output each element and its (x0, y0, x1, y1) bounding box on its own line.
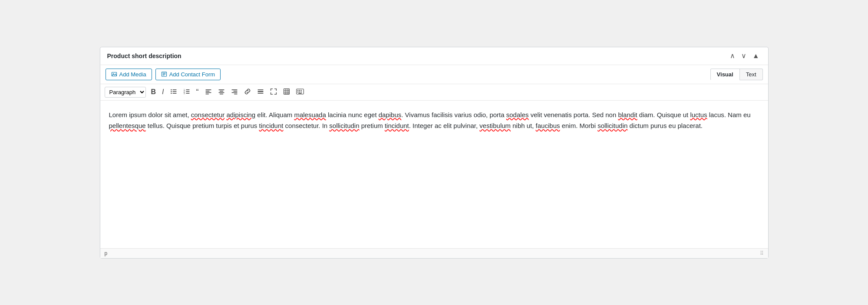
word-tincidunt2: tincidunt (385, 122, 409, 129)
view-tabs: Visual Text (710, 69, 763, 80)
horizontal-rule-button[interactable] (254, 87, 267, 97)
svg-rect-44 (300, 92, 301, 92)
table-button[interactable] (281, 87, 293, 97)
word-malesuada: malesuada (294, 111, 326, 118)
align-center-button[interactable] (215, 87, 228, 97)
editor-header: Product short description ∧ ∨ ▲ (100, 47, 768, 65)
svg-point-7 (171, 91, 172, 92)
blockquote-button[interactable]: “ (194, 87, 201, 97)
word-faucibus: faucibus (536, 122, 560, 129)
svg-rect-33 (284, 89, 289, 95)
editor-title: Product short description (107, 52, 182, 59)
add-media-label: Add Media (119, 71, 146, 78)
svg-rect-39 (297, 90, 298, 91)
editor-footer: p ⠿ (100, 248, 768, 258)
unordered-list-button[interactable] (168, 87, 180, 97)
resize-handle[interactable]: ⠿ (760, 250, 764, 256)
add-contact-label: Add Contact Form (169, 71, 215, 78)
word-sollicitudin1: sollicitudin (329, 122, 359, 129)
path-label: p (105, 250, 108, 256)
word-tincidunt1: tincidunt (259, 122, 284, 129)
paragraph-select[interactable]: Paragraph Heading 1 Heading 2 Heading 3 … (105, 87, 146, 98)
add-media-button[interactable]: Add Media (106, 69, 152, 80)
header-controls: ∧ ∨ ▲ (728, 52, 761, 60)
svg-point-8 (171, 93, 172, 94)
link-button[interactable] (241, 87, 254, 97)
add-contact-form-button[interactable]: Add Contact Form (155, 69, 221, 80)
svg-rect-45 (298, 93, 302, 94)
word-sodales: sodales (506, 111, 529, 118)
media-icon (111, 71, 117, 77)
italic-button[interactable]: I (159, 87, 166, 97)
fullscreen-button[interactable] (267, 87, 280, 97)
svg-rect-43 (299, 92, 300, 92)
content-paragraph: Lorem ipsum dolor sit amet, consectetur … (109, 109, 759, 131)
word-luctus: luctus (690, 111, 707, 118)
word-pellentesque: pellentesque (109, 122, 146, 129)
editor-text: Lorem ipsum dolor sit amet, consectetur … (109, 109, 759, 131)
toolbar-left: Add Media Add Contact Form (106, 69, 221, 80)
keyboard-button[interactable] (294, 87, 307, 97)
editor-container: Product short description ∧ ∨ ▲ Add Medi… (100, 47, 769, 259)
word-blandit: blandit (618, 111, 637, 118)
word-adipiscing: adipiscing (226, 111, 255, 118)
svg-point-6 (171, 89, 172, 90)
svg-rect-41 (300, 90, 301, 91)
toggle-button[interactable]: ▲ (751, 52, 761, 60)
svg-rect-40 (299, 90, 300, 91)
editor-content[interactable]: Lorem ipsum dolor sit amet, consectetur … (100, 101, 768, 248)
align-left-button[interactable] (202, 87, 215, 97)
contact-icon (161, 71, 167, 77)
format-toolbar: Paragraph Heading 1 Heading 2 Heading 3 … (100, 84, 768, 101)
toolbar-row: Add Media Add Contact Form Visual Text (100, 65, 768, 84)
word-dapibus: dapibus (379, 111, 402, 118)
svg-text:3.: 3. (183, 92, 185, 95)
collapse-up-button[interactable]: ∧ (728, 52, 737, 60)
text-tab[interactable]: Text (740, 69, 763, 80)
word-sollicitudin2: sollicitudin (597, 122, 627, 129)
ordered-list-button[interactable]: 1.2.3. (181, 87, 193, 97)
collapse-down-button[interactable]: ∨ (739, 52, 748, 60)
visual-tab[interactable]: Visual (710, 69, 740, 80)
svg-rect-42 (297, 92, 298, 92)
word-consectetur: consectetur (191, 111, 225, 118)
word-vestibulum: vestibulum (479, 122, 511, 129)
bold-button[interactable]: B (149, 87, 159, 97)
align-right-button[interactable] (228, 87, 241, 97)
